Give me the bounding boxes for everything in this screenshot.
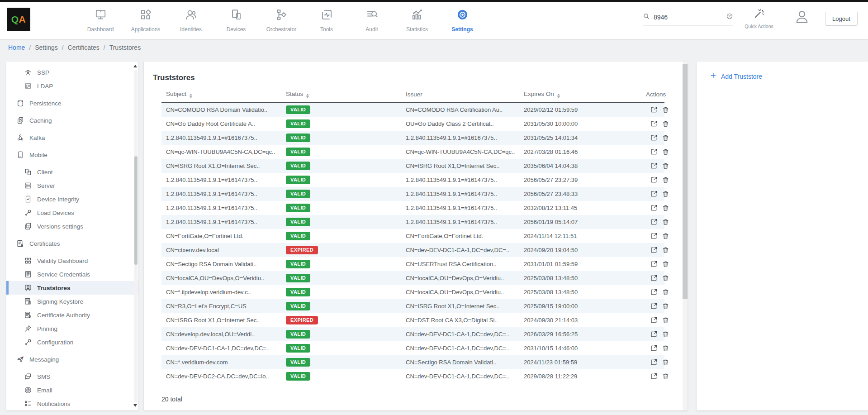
nav-item-applications[interactable]: Applications — [123, 2, 168, 39]
sidebar-item-configuration[interactable]: Configuration — [6, 335, 138, 349]
sidebar-item-server[interactable]: Server — [6, 179, 138, 192]
open-truststore-button[interactable] — [650, 246, 658, 254]
sidebar-scrollbar-thumb[interactable] — [134, 156, 138, 265]
quick-actions-button[interactable]: Quick Actions — [742, 8, 776, 29]
sidebar-item-certificate-authority[interactable]: Certificate Authority — [6, 308, 138, 322]
open-truststore-button[interactable] — [650, 148, 658, 156]
open-truststore-button[interactable] — [650, 162, 658, 170]
delete-truststore-button[interactable] — [662, 316, 669, 324]
open-truststore-button[interactable] — [650, 302, 658, 310]
column-header-status[interactable]: Status — [281, 87, 401, 103]
open-truststore-button[interactable] — [650, 218, 658, 226]
sidebar-item-certificates[interactable]: Certificates — [6, 237, 138, 250]
nav-item-settings[interactable]: Settings — [440, 2, 485, 39]
sidebar-item-persistence[interactable]: Persistence — [6, 96, 138, 110]
delete-truststore-button[interactable] — [662, 372, 669, 380]
status-cell: VALID — [281, 117, 401, 131]
breadcrumb-item-home[interactable]: Home — [8, 44, 25, 51]
column-header-expires-on[interactable]: Expires On — [519, 87, 641, 103]
issuer-cell: 1.2.840.113549.1.9.1=#16147375.. — [401, 201, 519, 215]
delete-truststore-button[interactable] — [662, 274, 669, 282]
delete-truststore-button[interactable] — [662, 358, 669, 366]
delete-truststore-button[interactable] — [662, 162, 669, 170]
user-avatar-icon[interactable] — [794, 9, 810, 25]
logout-button[interactable]: Logout — [825, 12, 858, 26]
sidebar-item-label: Server — [37, 182, 55, 189]
sidebar-item-notifications[interactable]: Notifications — [6, 397, 138, 410]
open-truststore-button[interactable] — [650, 372, 658, 380]
delete-truststore-button[interactable] — [662, 190, 669, 198]
sidebar-item-kafka[interactable]: Kafka — [6, 131, 138, 144]
open-truststore-button[interactable] — [650, 330, 658, 338]
pinning-icon — [24, 324, 32, 333]
open-truststore-button[interactable] — [650, 358, 658, 366]
sort-up-arrow — [190, 94, 192, 95]
add-truststore-button[interactable]: Add Truststore — [710, 72, 762, 80]
sidebar-item-email[interactable]: @Email — [6, 383, 138, 397]
open-truststore-button[interactable] — [650, 204, 658, 212]
delete-truststore-button[interactable] — [662, 204, 669, 212]
table-scrollbar-thumb[interactable] — [683, 64, 688, 299]
sidebar-scroll-up-icon[interactable] — [133, 65, 137, 67]
nav-item-orchestrator[interactable]: Orchestrator — [259, 2, 304, 39]
open-truststore-button[interactable] — [650, 274, 658, 282]
open-truststore-button[interactable] — [650, 176, 658, 184]
delete-truststore-button[interactable] — [662, 288, 669, 296]
sidebar-item-caching[interactable]: Caching — [6, 114, 138, 127]
nav-item-identities[interactable]: Identities — [168, 2, 213, 39]
sidebar-item-service-credentials[interactable]: Service Credentials — [6, 267, 138, 281]
sidebar-item-messaging[interactable]: Messaging — [6, 353, 138, 366]
open-truststore-button[interactable] — [650, 106, 658, 114]
delete-truststore-button[interactable] — [662, 260, 669, 268]
sort-down-arrow — [557, 96, 560, 98]
actions-cell — [641, 257, 664, 271]
open-truststore-button[interactable] — [650, 260, 658, 268]
delete-truststore-button[interactable] — [662, 232, 669, 240]
breadcrumb-item-settings[interactable]: Settings — [35, 44, 58, 51]
sidebar-item-ssp[interactable]: SSP — [6, 66, 138, 79]
delete-truststore-button[interactable] — [662, 246, 669, 254]
column-header-subject[interactable]: Subject — [161, 87, 281, 103]
sidebar-item-validity-dashboard[interactable]: Validity Dashboard — [6, 254, 138, 267]
sidebar-item-client[interactable]: Client — [6, 165, 138, 179]
sidebar-item-device-integrity[interactable]: Device Integrity — [6, 192, 138, 206]
sidebar-item-versions-settings[interactable]: Versions settings — [6, 219, 138, 233]
delete-truststore-button[interactable] — [662, 218, 669, 226]
delete-truststore-button[interactable] — [662, 134, 669, 142]
sidebar-item-load-devices[interactable]: Load Devices — [6, 206, 138, 219]
open-truststore-button[interactable] — [650, 190, 658, 198]
sidebar-item-ldap[interactable]: LDAP — [6, 79, 138, 93]
sidebar-item-sms[interactable]: SMS — [6, 370, 138, 383]
sidebar-item-label: SSP — [37, 69, 49, 76]
sidebar-scroll-down-icon[interactable] — [133, 404, 137, 407]
top-navigation: DashboardApplicationsIdentitiesDevicesOr… — [78, 2, 485, 39]
delete-truststore-button[interactable] — [662, 344, 669, 352]
delete-truststore-button[interactable] — [662, 120, 669, 128]
nav-item-dashboard[interactable]: Dashboard — [78, 2, 123, 39]
breadcrumb-item-certificates[interactable]: Certificates — [68, 44, 100, 51]
sidebar-item-pinning[interactable]: Pinning — [6, 322, 138, 335]
open-truststore-button[interactable] — [650, 288, 658, 296]
nav-item-devices[interactable]: Devices — [213, 2, 259, 39]
nav-item-tools[interactable]: Tools — [304, 2, 349, 39]
open-truststore-button[interactable] — [650, 134, 658, 142]
delete-truststore-button[interactable] — [662, 106, 669, 114]
subject-cell: CN=*.ilpdevelop.veridium-dev.c.. — [161, 285, 281, 299]
open-truststore-button[interactable] — [650, 316, 658, 324]
sidebar-item-mobile[interactable]: Mobile — [6, 148, 138, 162]
delete-truststore-button[interactable] — [662, 330, 669, 338]
sidebar-item-signing-keystore[interactable]: Signing Keystore — [6, 295, 138, 308]
open-truststore-button[interactable] — [650, 232, 658, 240]
open-truststore-button[interactable] — [650, 344, 658, 352]
nav-item-statistics[interactable]: Statistics — [394, 2, 440, 39]
delete-truststore-button[interactable] — [662, 302, 669, 310]
open-truststore-button[interactable] — [650, 120, 658, 128]
delete-truststore-button[interactable] — [662, 148, 669, 156]
nav-item-audit[interactable]: Audit — [349, 2, 394, 39]
search-input[interactable] — [654, 14, 722, 21]
actions-cell — [641, 173, 664, 187]
delete-truststore-button[interactable] — [662, 176, 669, 184]
sidebar-item-truststores[interactable]: Truststores — [6, 281, 138, 295]
app-logo[interactable]: QA — [7, 8, 30, 31]
clear-search-icon[interactable] — [726, 13, 733, 22]
